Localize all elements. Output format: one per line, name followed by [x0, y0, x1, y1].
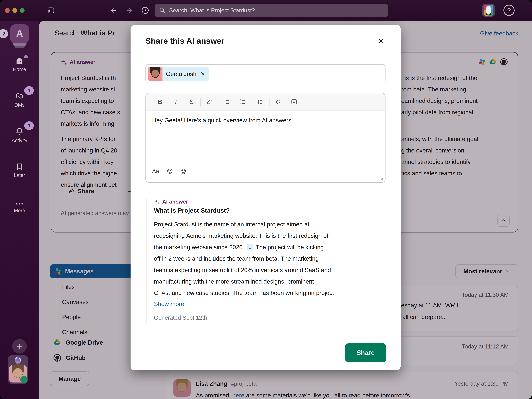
- workspace-unread-badge: 2: [0, 29, 8, 38]
- add-workspace-button[interactable]: +: [12, 339, 27, 354]
- page-title-query: What is Pr: [81, 29, 115, 37]
- user-profile[interactable]: 🔮: [8, 355, 28, 384]
- search-input[interactable]: Search: What is Project Stardust?: [155, 4, 388, 17]
- here-link[interactable]: here: [232, 392, 244, 399]
- remove-recipient-icon[interactable]: ✕: [201, 71, 209, 77]
- filter-tab-github[interactable]: GitHub: [53, 354, 86, 361]
- composer-text[interactable]: Hey Geeta! Here's a quick overview from …: [152, 117, 293, 124]
- filter-tab-canvases[interactable]: Canvases: [62, 298, 89, 305]
- resize-handle[interactable]: [379, 177, 384, 181]
- link-button[interactable]: [202, 96, 217, 108]
- minimize-window-button[interactable]: [12, 8, 17, 13]
- home-icon: [15, 57, 24, 65]
- sort-dropdown[interactable]: Most relevant: [455, 264, 518, 278]
- sidebar-item-later[interactable]: Later: [0, 162, 39, 178]
- ai-disclaimer: AI generated answers may: [61, 210, 129, 216]
- code-block-button[interactable]: [286, 96, 302, 108]
- emoji-picker-icon[interactable]: [167, 165, 173, 177]
- toolbar-divider: [269, 98, 270, 106]
- share-ai-answer-modal: Share this AI answer ✕ Geeta Joshi ✕ B I…: [131, 25, 401, 370]
- page-title-prefix: Search:: [55, 29, 81, 37]
- answer-paragraph2-left: The primary KPIs for of launching in Q4 …: [61, 133, 117, 190]
- numbered-list-button[interactable]: 12: [235, 96, 251, 108]
- chevron-down-icon: [505, 269, 510, 274]
- strikethrough-button[interactable]: S: [184, 96, 200, 108]
- message-composer[interactable]: B I S 12: [146, 93, 386, 183]
- presence-dot: [20, 376, 27, 383]
- close-window-button[interactable]: [5, 8, 10, 13]
- format-toggle-button[interactable]: Aa: [152, 165, 159, 177]
- filter-tab-files[interactable]: Files: [62, 283, 75, 291]
- history-clock-icon[interactable]: [141, 6, 149, 14]
- answer-paragraph1-left: Project Stardust is th marketing website…: [61, 72, 120, 129]
- mention-icon[interactable]: @: [180, 165, 186, 177]
- preview-answer: Project Stardust is the name of an inter…: [154, 219, 334, 299]
- sidebar-item-activity[interactable]: Activity: [0, 127, 39, 143]
- filter-tab-people[interactable]: People: [62, 314, 81, 321]
- message-timestamp: Yesterday at 1:30 PM: [454, 380, 509, 387]
- result-card-3[interactable]: Lisa Zhang #proj-beta Yesterday at 1:30 …: [167, 372, 518, 399]
- message-body: As promised, here are some materials we’…: [196, 392, 410, 399]
- mascot-face: [484, 5, 493, 16]
- recipient-chip[interactable]: Geeta Joshi ✕: [148, 67, 209, 81]
- zoom-window-button[interactable]: [20, 8, 25, 13]
- window-controls: [5, 8, 25, 13]
- avatar: [9, 365, 27, 382]
- filter-tab-channels[interactable]: Channels: [62, 329, 87, 336]
- modal-title: Share this AI answer: [146, 36, 224, 45]
- toolbar-divider: [252, 98, 252, 106]
- citation-chip[interactable]: 1: [247, 244, 253, 251]
- ai-answer-label: AI answer: [70, 59, 95, 65]
- recipient-name: Geeta Joshi: [163, 70, 201, 77]
- github-label: GitHub: [66, 354, 86, 361]
- source-app-icons: [479, 58, 507, 65]
- workspace-switcher[interactable]: A: [10, 25, 29, 43]
- slack-icon: [479, 58, 486, 65]
- show-more-link[interactable]: Show more: [154, 300, 184, 307]
- later-label: Later: [14, 172, 25, 178]
- sidebar-item-dms[interactable]: DMs: [0, 92, 39, 108]
- bold-button[interactable]: B: [152, 96, 168, 108]
- filter-tab-messages[interactable]: Messages: [50, 264, 134, 278]
- close-icon[interactable]: ✕: [378, 38, 384, 45]
- google-drive-label: Google Drive: [66, 339, 103, 346]
- help-icon[interactable]: ?: [503, 5, 515, 16]
- message-header: Lisa Zhang #proj-beta: [196, 380, 257, 387]
- manage-filters-button[interactable]: Manage: [50, 372, 89, 386]
- preview-line3-post: The project will be kicking: [256, 244, 324, 251]
- sidebar-toggle-icon[interactable]: [47, 6, 55, 14]
- status-emoji: 🔮: [8, 356, 28, 365]
- bulleted-list-button[interactable]: [219, 96, 235, 108]
- code-button[interactable]: [270, 96, 286, 108]
- collapse-answer-button[interactable]: [497, 215, 510, 227]
- result-text-line: esday at 11 AM. We’ll: [401, 302, 458, 309]
- google-drive-icon: [53, 339, 61, 346]
- history-forward-icon[interactable]: [126, 7, 133, 14]
- sparkle-icon: [61, 59, 67, 65]
- search-icon: [159, 7, 166, 14]
- share-button[interactable]: Share: [345, 343, 386, 362]
- history-back-icon[interactable]: [110, 7, 117, 14]
- workspace-initial: A: [16, 28, 23, 39]
- composer-footer: Aa @: [152, 165, 186, 177]
- share-answer-button[interactable]: Share: [68, 188, 94, 195]
- filter-indent-line: [56, 280, 56, 335]
- give-feedback-link[interactable]: Give feedback: [480, 30, 518, 37]
- search-value: Search: What is Project Stardust?: [169, 7, 255, 14]
- workspace-stack-decoration: [13, 43, 26, 46]
- github-icon: [53, 354, 61, 361]
- svg-text:2: 2: [240, 102, 241, 105]
- help-label: ?: [507, 7, 511, 14]
- recipient-input[interactable]: Geeta Joshi ✕: [146, 64, 386, 83]
- share-answer-label: Share: [78, 188, 94, 195]
- italic-button[interactable]: I: [168, 96, 184, 108]
- blockquote-button[interactable]: [253, 96, 268, 108]
- more-label: More: [14, 208, 25, 213]
- filter-tab-google-drive[interactable]: Google Drive: [53, 339, 103, 346]
- slackbot-mascot-icon[interactable]: [482, 4, 495, 17]
- sort-label: Most relevant: [463, 268, 502, 275]
- sidebar-item-more[interactable]: More: [0, 201, 39, 213]
- toolbar-divider: [218, 98, 218, 106]
- sidebar-item-home[interactable]: Home: [0, 57, 39, 72]
- ellipsis-icon: [15, 201, 24, 206]
